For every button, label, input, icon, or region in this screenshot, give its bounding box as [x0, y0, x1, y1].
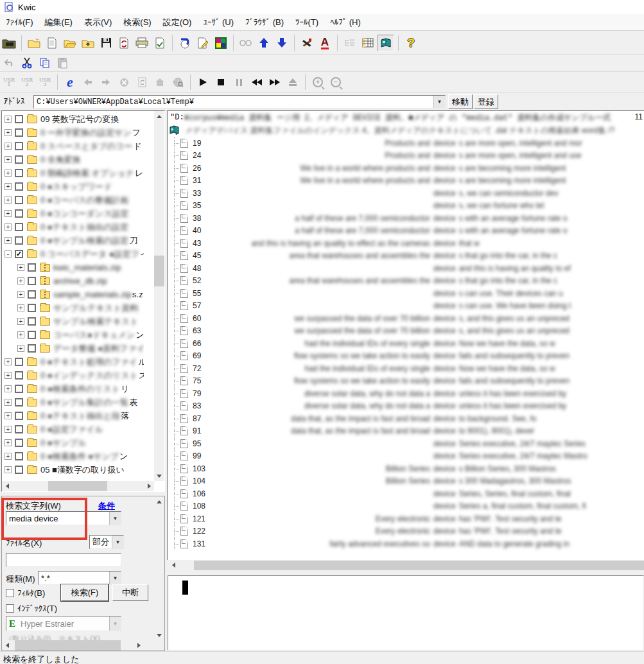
- result-row[interactable]: 131 fairly advanced executives so device…: [168, 537, 644, 550]
- scroll-down-icon[interactable]: [154, 630, 164, 640]
- tree-expand-icon[interactable]: +: [4, 170, 12, 177]
- keyword-dropdown-icon[interactable]: ▼: [109, 512, 121, 525]
- tree-checkbox[interactable]: [15, 452, 23, 460]
- scroll-up-icon[interactable]: [154, 496, 164, 507]
- result-row[interactable]: 106 device Series, Series, final custom,…: [168, 487, 644, 500]
- tree-expand-icon[interactable]: +: [4, 143, 12, 150]
- address-combo[interactable]: C:¥Users¥OWNER¥AppData¥Local¥Temp¥ ▼: [33, 95, 446, 109]
- open-folder-icon[interactable]: [62, 35, 78, 51]
- tree-checkbox[interactable]: [15, 182, 23, 191]
- tree-row[interactable]: + 0 ●コーパスの整備計画: [2, 193, 144, 207]
- match-mode-combo[interactable]: 部分 ▼: [89, 535, 124, 549]
- condition-link[interactable]: 条件: [98, 500, 115, 512]
- search-hscrollbar[interactable]: [2, 640, 154, 651]
- mosaic-icon[interactable]: [213, 35, 229, 51]
- keyword-value[interactable]: media device: [6, 514, 109, 523]
- keyword-combo[interactable]: media device ▼: [6, 511, 121, 525]
- tree-checkbox[interactable]: [15, 142, 23, 150]
- result-row[interactable]: 104 Billion Series device s 300 Madagast…: [168, 475, 644, 488]
- edit-document-icon[interactable]: [195, 35, 211, 51]
- tree-row[interactable]: + コーパス●ドキュメン ン: [2, 328, 144, 342]
- results-header-row[interactable]: "D: ¥corpus¥media 資料集 ージ用 2。メディア DEVICE …: [168, 111, 644, 124]
- tree-checkbox[interactable]: [15, 236, 23, 245]
- grid-view-icon[interactable]: [360, 35, 376, 51]
- scroll-up-icon[interactable]: [154, 111, 164, 121]
- tree-vscrollbar[interactable]: [154, 111, 164, 481]
- print-icon[interactable]: [134, 35, 150, 51]
- tree-checkbox[interactable]: [15, 358, 23, 366]
- forward-icon[interactable]: [98, 74, 114, 91]
- tree-expand-icon[interactable]: +: [4, 358, 12, 365]
- match-mode-dropdown-icon[interactable]: ▼: [112, 536, 123, 548]
- engine-dropdown-icon[interactable]: ▼: [109, 616, 121, 631]
- results-index-row[interactable]: メディアデバイス 資料集ファイルのインデックス 4。資料メディアのテキストについ…: [168, 124, 644, 137]
- verify-document-icon[interactable]: [152, 35, 168, 51]
- history-icon[interactable]: [177, 35, 193, 51]
- tree-expand-icon[interactable]: +: [17, 277, 24, 284]
- result-row[interactable]: 72 had the individual IDs of every singl…: [168, 362, 644, 375]
- tree-row[interactable]: + 0 類義語検索 オプショナ レ: [2, 166, 144, 180]
- result-row[interactable]: 95 device Series executive, 24/7 maytec …: [168, 437, 644, 450]
- menu-item[interactable]: ﾍﾙﾌﾟ (H): [324, 14, 367, 30]
- tree-row[interactable]: + 0 ●サンプル検索の設定 刀: [2, 234, 144, 247]
- tree-row[interactable]: + 0 ●サンプル集計の一覧 表: [2, 396, 144, 409]
- tree-checkbox[interactable]: [15, 223, 23, 231]
- tree-row[interactable]: - ✓ 0 コーパスデータ ●設定フ イ: [2, 247, 144, 261]
- tree-row[interactable]: + 0 スペースとタブのコー ド: [2, 139, 144, 153]
- result-row[interactable]: 60 we surpassed the data of over 70 bill…: [168, 312, 644, 325]
- engine-combo[interactable]: E Hyper Estraier ▼: [6, 616, 121, 631]
- tree-expand-icon[interactable]: +: [17, 264, 24, 271]
- result-row[interactable]: 48 device and this is having an quality …: [168, 262, 644, 275]
- tree-checkbox[interactable]: [15, 385, 23, 393]
- tree-hscroll-thumb[interactable]: [48, 481, 107, 491]
- undo-icon[interactable]: [1, 55, 17, 71]
- tree-checkbox[interactable]: [15, 128, 23, 137]
- kind-dropdown-icon[interactable]: ▼: [109, 572, 121, 584]
- tree-view-icon[interactable]: [342, 35, 358, 51]
- up-arrow-icon[interactable]: [256, 35, 272, 51]
- result-row[interactable]: 63 we surpassed the data of over 70 bill…: [168, 325, 644, 338]
- tree-expand-icon[interactable]: +: [4, 412, 12, 419]
- new-folder-icon[interactable]: [26, 35, 42, 51]
- tree-checkbox[interactable]: [28, 277, 36, 285]
- menu-item[interactable]: 表示(V): [78, 14, 117, 30]
- tree-checkbox[interactable]: [15, 115, 23, 123]
- tree-row[interactable]: + サンプル検索テキスト: [2, 315, 144, 328]
- result-row[interactable]: 108 device Series a, final custom, final…: [168, 500, 644, 513]
- tree-checkbox[interactable]: [28, 263, 36, 272]
- tree-expand-icon[interactable]: +: [17, 331, 24, 338]
- tree-checkbox[interactable]: [15, 155, 23, 164]
- tree-row[interactable]: + 0 ●設定ファイル: [2, 423, 144, 436]
- go-button[interactable]: 移動: [448, 94, 473, 109]
- result-row[interactable]: 87 data that, as the impact is fast and …: [168, 412, 644, 425]
- result-row[interactable]: 75 flow systems so we take action to eas…: [168, 375, 644, 388]
- result-row[interactable]: 52 area that warehouses and assembles th…: [168, 275, 644, 288]
- tree-expand-icon[interactable]: +: [4, 197, 12, 204]
- tree-expand-icon[interactable]: +: [4, 426, 12, 433]
- tree-checkbox[interactable]: [15, 412, 23, 420]
- tree-checkbox[interactable]: [28, 344, 36, 353]
- tree-expand-icon[interactable]: +: [4, 156, 12, 163]
- result-row[interactable]: 91 data that, as the impact is fast and …: [168, 425, 644, 438]
- tree-expand-icon[interactable]: +: [17, 345, 24, 352]
- cut-icon[interactable]: [19, 55, 35, 71]
- tree-expand-icon[interactable]: +: [4, 237, 12, 244]
- play-icon[interactable]: [195, 74, 211, 91]
- scroll-right-icon[interactable]: [134, 640, 144, 651]
- results-hscroll-thumb[interactable]: [194, 561, 644, 570]
- tree-row[interactable]: + 0 ●スキップワード: [2, 180, 144, 193]
- rewind-icon[interactable]: [248, 74, 265, 91]
- result-row[interactable]: 31 We live in a world where products and…: [168, 175, 644, 188]
- result-row[interactable]: 33 device s, we can semiconductor dev: [168, 187, 644, 200]
- tree-checkbox[interactable]: [28, 317, 36, 326]
- tree-expand-icon[interactable]: +: [4, 116, 12, 123]
- tree-row[interactable]: + 0 ●検索条件 ●サンプ ン: [2, 450, 144, 463]
- down-arrow-icon[interactable]: [274, 35, 290, 51]
- zoom-in-icon[interactable]: +: [309, 74, 326, 91]
- menu-item[interactable]: ﾂｰﾙ(T): [290, 14, 324, 30]
- result-row[interactable]: 121 Every electronic device has 'PWI'. T…: [168, 512, 644, 525]
- home-icon[interactable]: [152, 74, 168, 91]
- result-row[interactable]: 55 device s can use. Their devices can u: [168, 287, 644, 300]
- usr1-icon[interactable]: USR1: [1, 74, 17, 91]
- tree-expand-icon[interactable]: +: [17, 318, 24, 325]
